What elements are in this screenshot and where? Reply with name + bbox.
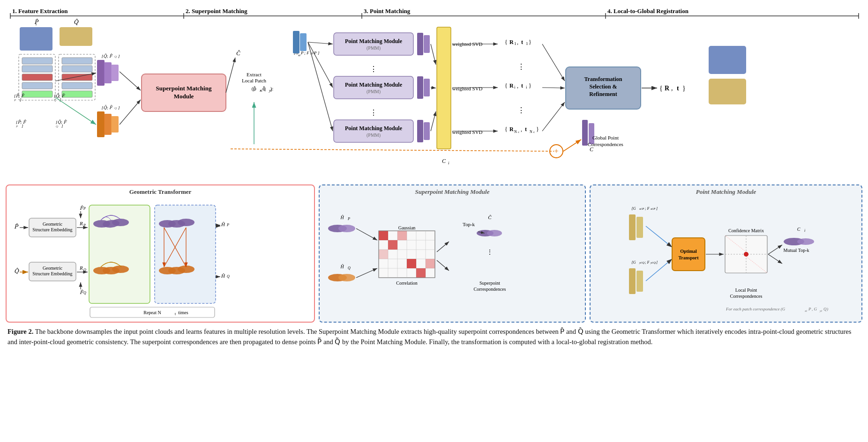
svg-line-60 (226, 58, 235, 93)
svg-text:Geometric: Geometric (43, 221, 63, 227)
svg-text:i: i (526, 85, 527, 89)
svg-point-198 (178, 219, 195, 226)
middle-module-svg: Ĥ P Ĥ Q (323, 191, 581, 317)
caption-text: The backbone downsamples the input point… (7, 328, 851, 346)
svg-text:,: , (517, 39, 518, 45)
svg-rect-148 (709, 46, 746, 74)
svg-text:N: N (514, 130, 517, 134)
svg-text:c: c (518, 130, 519, 134)
svg-text:(PMM): (PMM) (367, 133, 381, 138)
svg-rect-93 (424, 35, 430, 53)
pipeline-section: 1. Feature Extraction 2. Superpoint Matc… (6, 4, 862, 182)
svg-text:N: N (530, 130, 532, 134)
svg-text:Point Matching Module: Point Matching Module (345, 81, 403, 88)
svg-text:yi: yi (650, 261, 653, 265)
svg-text:Structure Embedding: Structure Embedding (32, 227, 72, 232)
svg-line-141 (542, 102, 565, 131)
svg-text:P: P (300, 51, 304, 55)
svg-text:P: P (83, 206, 86, 211)
svg-rect-244 (407, 259, 416, 268)
svg-text:,: , (517, 82, 518, 89)
svg-text:}: } (682, 85, 686, 92)
svg-line-230 (356, 268, 377, 278)
svg-text:Q: Q (823, 307, 827, 311)
superpoint-matching-detail: Superpoint Matching Module Ĥ P Ĥ Q (319, 184, 586, 323)
svg-text:i: i (514, 85, 516, 89)
svg-text:P: P (347, 217, 350, 221)
svg-text:1. Feature Extraction: 1. Feature Extraction (12, 7, 68, 15)
svg-text:Top-k: Top-k (463, 221, 475, 227)
svg-text:, G: , G (812, 307, 817, 311)
svg-text:Ĥ: Ĥ (340, 264, 344, 269)
svg-rect-246 (379, 250, 388, 259)
svg-text:P: P (15, 125, 18, 128)
pipeline-svg: 1. Feature Extraction 2. Superpoint Matc… (6, 4, 863, 177)
svg-rect-40 (97, 60, 105, 86)
svg-text:,: , (521, 126, 522, 133)
svg-text:Module: Module (174, 93, 194, 100)
svg-rect-247 (426, 259, 435, 268)
svg-line-157 (563, 140, 581, 151)
svg-text:↓: ↓ (35, 21, 37, 26)
svg-point-289 (744, 252, 748, 257)
svg-text:Q: Q (227, 274, 230, 279)
svg-text:P: P (14, 98, 16, 102)
svg-text:t: t (525, 126, 527, 133)
svg-text:R: R (509, 126, 514, 133)
svg-text:(p̂: (p̂ (252, 86, 257, 92)
svg-line-57 (120, 72, 141, 90)
svg-text:]: ] (656, 206, 658, 211)
svg-rect-13 (60, 27, 92, 46)
svg-text:]: ] (317, 51, 320, 55)
svg-text:t: t (521, 39, 523, 45)
svg-text:Ĉ: Ĉ (488, 214, 492, 220)
svg-point-255 (487, 230, 502, 236)
svg-text:2. Superpoint Matching: 2. Superpoint Matching (186, 7, 247, 15)
svg-text:[G: [G (632, 206, 636, 211)
svg-text:times: times (178, 310, 188, 315)
svg-text:i: i (448, 161, 449, 165)
svg-text:C: C (797, 227, 801, 232)
svg-rect-241 (379, 231, 388, 240)
svg-rect-17 (22, 66, 52, 72)
svg-text:C: C (590, 146, 594, 153)
svg-text:⋮: ⋮ (517, 106, 525, 114)
svg-text:Superpoint: Superpoint (479, 280, 500, 286)
svg-text:Point Matching Module: Point Matching Module (345, 125, 403, 132)
svg-line-158 (231, 149, 554, 151)
svg-text:Superpoint Matching: Superpoint Matching (156, 85, 212, 92)
svg-text:; F: ; F (645, 260, 650, 265)
svg-rect-98 (437, 27, 451, 149)
svg-text:R: R (79, 221, 83, 226)
svg-rect-282 (672, 238, 705, 271)
svg-text:Selection &: Selection & (590, 83, 617, 90)
svg-text:Local Point: Local Point (735, 287, 757, 293)
svg-text:):: ): (270, 86, 274, 92)
svg-text:i: i (804, 228, 805, 233)
svg-text:Transport: Transport (678, 255, 699, 260)
svg-text:3. Point Matching: 3. Point Matching (364, 7, 411, 15)
svg-text:t: t (521, 82, 523, 89)
svg-text:Correspondences: Correspondences (474, 287, 506, 292)
svg-text:Global Point: Global Point (592, 135, 619, 140)
svg-text:xi: xi (650, 207, 653, 211)
svg-text:P: P (808, 307, 811, 311)
svg-text:Refinement: Refinement (589, 91, 617, 97)
svg-text:Gaussian: Gaussian (398, 225, 416, 230)
svg-rect-29 (62, 66, 92, 72)
svg-line-89 (308, 42, 333, 44)
svg-line-90 (308, 42, 333, 88)
svg-rect-41 (104, 62, 112, 83)
svg-rect-97 (424, 122, 430, 140)
svg-text:): ) (826, 307, 828, 311)
svg-point-192 (112, 265, 129, 273)
svg-text:⋮: ⋮ (517, 63, 525, 71)
svg-text:P: P (642, 207, 644, 211)
svg-text:Q: Q (348, 266, 351, 270)
svg-text:Optimal: Optimal (680, 249, 697, 254)
svg-rect-272 (636, 271, 643, 292)
svg-text:]: ] (656, 260, 658, 265)
svg-text:R: R (509, 82, 514, 89)
svg-text:[Q̂; F̂: [Q̂; F̂ (102, 53, 113, 59)
svg-text:Correspondences: Correspondences (588, 141, 623, 147)
